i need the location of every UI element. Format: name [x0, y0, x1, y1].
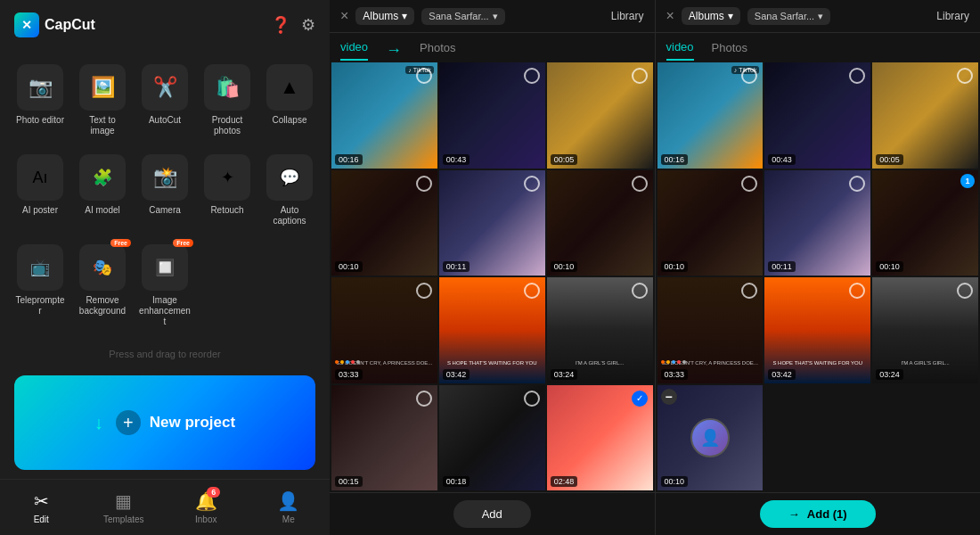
nav-me[interactable]: 👤 Me [248, 485, 331, 530]
thumb-left-8[interactable]: S HOPE THAT'S WAITING FOR YOU 03:42 [439, 277, 545, 383]
select-left-7[interactable] [416, 283, 432, 299]
image-enhancement-label: Image enhancement [139, 295, 191, 327]
tool-photo-editor[interactable]: 📷 Photo editor [11, 57, 69, 144]
user-badge-left[interactable]: Sana Sarfar... ▾ [421, 8, 504, 25]
tiktok-icon: ♪ [408, 67, 412, 73]
templates-icon: ▦ [115, 490, 132, 512]
ai-model-icon: 🧩 [93, 168, 112, 187]
select-left-3[interactable] [632, 68, 648, 84]
tool-text-to-image[interactable]: 🖼️ Text to image [73, 57, 132, 144]
image-enhancement-icon: 🔲 [155, 258, 175, 277]
albums-button-right[interactable]: Albums ▾ [682, 7, 740, 25]
thumb-left-7[interactable]: SS DOESN'T CRY, A PRINCESS DOE... 03:33 [331, 277, 437, 383]
duration-right-5: 00:11 [768, 261, 796, 272]
thumb-right-9[interactable]: I'M A GIRL'S GIRL... 03:24 [872, 277, 978, 383]
thumb-right-4[interactable]: 00:10 [657, 170, 764, 276]
duration-left-2: 00:43 [443, 154, 470, 165]
photo-editor-icon-box: 📷 [17, 64, 63, 111]
templates-label: Templates [103, 514, 144, 524]
tool-ai-model[interactable]: 🧩 AI model [73, 147, 132, 234]
thumb-right-10[interactable]: 👤 − 00:10 [657, 385, 764, 491]
tool-retouch[interactable]: ✦ Retouch [198, 147, 257, 234]
media-footer-left: Add [330, 492, 655, 535]
select-left-6[interactable] [632, 176, 648, 192]
thumb-right-1[interactable]: ♪ TikTok 00:16 [657, 62, 764, 169]
thumb-right-7[interactable]: SS DOESN'T CRY, A PRINCESS DOE... 03:33 [657, 277, 764, 383]
tool-image-enhancement[interactable]: Free 🔲 Image enhancement [135, 237, 194, 334]
help-icon[interactable]: ❓ [271, 15, 290, 35]
tool-ai-poster[interactable]: Aı AI poster [11, 147, 69, 234]
select-left-12-selected[interactable]: ✓ [632, 391, 648, 407]
duration-right-3: 00:05 [876, 154, 903, 165]
select-left-2[interactable] [524, 68, 540, 84]
duration-right-9: 03:24 [876, 369, 903, 380]
select-left-9[interactable] [632, 283, 648, 299]
select-right-4[interactable] [741, 176, 757, 192]
tool-remove-background[interactable]: Free 🎭 Remove background [73, 237, 132, 334]
tab-video-left[interactable]: video [340, 40, 368, 61]
thumb-right-3[interactable]: 00:05 [872, 62, 978, 169]
thumb-left-3[interactable]: 00:05 [547, 62, 653, 169]
tool-collapse[interactable]: ▲ Collapse [260, 57, 319, 144]
tool-teleprompter[interactable]: 📺 Teleprompter [11, 237, 69, 334]
media-tabs-right: video Photos [656, 33, 981, 61]
product-photos-icon-box: 🛍️ [204, 64, 250, 111]
select-right-3[interactable] [957, 68, 973, 84]
thumb-left-5[interactable]: 00:11 [439, 170, 545, 276]
select-left-10[interactable] [416, 391, 432, 407]
me-icon: 👤 [277, 490, 299, 512]
autocut-icon-box: ✂️ [142, 64, 188, 111]
thumb-left-4[interactable]: 00:10 [331, 170, 437, 276]
select-left-8[interactable] [524, 283, 540, 299]
nav-templates[interactable]: ▦ Templates [83, 485, 166, 530]
thumb-right-6[interactable]: 00:10 1 [872, 170, 978, 276]
duration-left-10: 00:15 [335, 476, 363, 487]
product-photos-icon: 🛍️ [216, 76, 240, 99]
tool-camera[interactable]: 📸 Camera [135, 147, 194, 234]
select-left-4[interactable] [416, 176, 432, 192]
media-grid-left: ♪ TikTok 00:16 00:43 00:05 00:10 [330, 61, 655, 492]
albums-button-left[interactable]: Albums ▾ [355, 7, 414, 25]
close-button-left[interactable]: × [340, 8, 348, 24]
thumb-left-6[interactable]: 00:10 [547, 170, 653, 276]
thumb-left-11[interactable]: 00:18 [439, 385, 545, 491]
library-button-left[interactable]: Library [611, 10, 644, 22]
product-photos-label: Product photos [201, 115, 253, 136]
thumb-right-5[interactable]: 00:11 [764, 170, 870, 276]
thumb-right-8[interactable]: S HOPE THAT'S WAITING FOR YOU 03:42 [764, 277, 870, 383]
remove-button-right-10[interactable]: − [661, 389, 677, 405]
thumb-left-9[interactable]: I'M A GIRL'S GIRL... 03:24 [547, 277, 653, 383]
nav-edit[interactable]: ✂ Edit [0, 485, 83, 530]
close-button-right[interactable]: × [666, 8, 674, 24]
add-button-left[interactable]: Add [453, 500, 531, 528]
tab-photos-right[interactable]: Photos [712, 41, 747, 60]
library-button-right[interactable]: Library [936, 10, 969, 22]
tool-product-photos[interactable]: 🛍️ Product photos [198, 57, 257, 144]
select-left-5[interactable] [524, 176, 540, 192]
thumb-left-12[interactable]: ✓ 02:48 [547, 385, 653, 491]
select-right-5[interactable] [849, 176, 865, 192]
tab-video-right[interactable]: video [666, 40, 694, 61]
free-badge: Free [110, 239, 131, 247]
user-badge-right[interactable]: Sana Sarfar... ▾ [747, 8, 830, 25]
thumb-left-10[interactable]: 00:15 [331, 385, 437, 491]
thumb-left-1[interactable]: ♪ TikTok 00:16 [331, 62, 437, 169]
thumb-right-2[interactable]: 00:43 [764, 62, 870, 169]
add-button-right[interactable]: → Add (1) [760, 500, 876, 528]
nav-inbox[interactable]: 🔔 6 Inbox [165, 485, 248, 530]
auto-captions-icon-box: 💬 [266, 154, 313, 201]
tool-autocut[interactable]: ✂️ AutoCut [135, 57, 194, 144]
tab-photos-left[interactable]: Photos [420, 41, 455, 60]
thumb-left-2[interactable]: 00:43 [439, 62, 545, 169]
collapse-label: Collapse [273, 115, 307, 126]
select-right-9[interactable] [957, 283, 973, 299]
settings-icon[interactable]: ⚙ [301, 16, 315, 34]
select-left-1[interactable] [416, 68, 432, 84]
media-grid-right: ♪ TikTok 00:16 00:43 00:05 00:10 [656, 61, 981, 492]
new-project-button[interactable]: ↓ + New project [14, 375, 315, 470]
ai-model-icon-box: 🧩 [79, 154, 126, 201]
tool-auto-captions[interactable]: 💬 Auto captions [260, 147, 319, 234]
select-left-11[interactable] [524, 391, 540, 407]
media-tabs-left: video → Photos [330, 33, 655, 61]
albums-chevron-left: ▾ [402, 10, 407, 22]
